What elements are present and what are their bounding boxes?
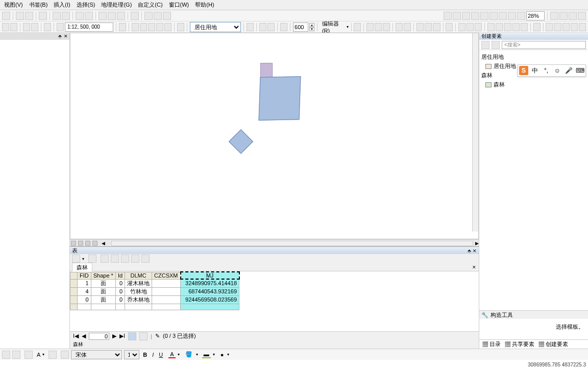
col-mj[interactable]: MJ	[181, 272, 239, 279]
filter-icon[interactable]	[481, 41, 489, 49]
show-selected-icon[interactable]	[139, 332, 148, 340]
edit-tool-icon[interactable]	[433, 23, 440, 31]
save-icon[interactable]	[2, 12, 10, 20]
menu-insert[interactable]: 插入(I)	[51, 0, 73, 10]
edit-tool-icon[interactable]	[562, 23, 570, 31]
edit-tool-icon[interactable]	[375, 23, 382, 31]
edit-tool-icon[interactable]	[446, 23, 453, 31]
edit-tool-icon[interactable]	[383, 23, 390, 31]
undo-icon[interactable]	[53, 12, 61, 20]
tool-icon[interactable]	[267, 23, 275, 31]
edit-tool-icon[interactable]	[496, 23, 503, 31]
scroll-left-icon[interactable]: ◀	[102, 241, 105, 246]
zoom-selected-icon[interactable]	[131, 255, 139, 263]
close-icon[interactable]: ✕	[473, 248, 477, 254]
pin-icon[interactable]: ⬘	[468, 248, 471, 254]
nav-next-icon[interactable]: ▶	[112, 333, 116, 339]
tool-icon[interactable]	[144, 12, 153, 20]
tool-icon[interactable]	[140, 23, 147, 31]
edit-tool-icon[interactable]	[521, 23, 528, 31]
tool-icon[interactable]	[177, 23, 184, 31]
col-fid[interactable]: FID	[78, 272, 91, 279]
col-czcsxm[interactable]: CZCSXM	[152, 272, 181, 279]
data-view-tab[interactable]	[71, 241, 76, 246]
pin-icon[interactable]: ⬘	[57, 34, 62, 39]
menu-geoprocess[interactable]: 地理处理(G)	[98, 0, 135, 10]
table-row[interactable]: 1 面 0 灌木林地 3248990975.414418	[70, 279, 239, 287]
template-search-input[interactable]	[502, 41, 586, 49]
grid-icon[interactable]	[480, 12, 488, 20]
font-color-icon[interactable]: A	[168, 351, 175, 358]
edit-tool-icon[interactable]	[366, 23, 374, 31]
tool-icon[interactable]	[280, 23, 287, 31]
list-icon[interactable]	[492, 41, 500, 49]
table-row-empty[interactable]	[70, 304, 239, 310]
template-item[interactable]: 森林	[481, 80, 586, 89]
tool-icon[interactable]	[119, 23, 126, 31]
tool-icon[interactable]	[247, 23, 254, 31]
tool-icon[interactable]	[164, 23, 172, 31]
ime-lang-icon[interactable]: 中	[530, 66, 540, 75]
grid-icon[interactable]	[517, 12, 525, 20]
layout-icon[interactable]	[578, 12, 586, 20]
forward-icon[interactable]	[25, 12, 33, 20]
edit-tool-icon[interactable]	[396, 23, 403, 31]
row-selector-header[interactable]	[70, 272, 78, 279]
ime-voice-icon[interactable]: 🎤	[564, 66, 573, 75]
share-tab[interactable]: ▦ 共享要素	[505, 340, 534, 348]
editor-menu[interactable]: 编辑器(R)	[320, 20, 346, 34]
show-all-icon[interactable]	[128, 332, 136, 340]
add-data-icon[interactable]	[39, 12, 47, 20]
tool-icon[interactable]	[44, 23, 51, 31]
tool-icon[interactable]	[57, 23, 64, 31]
col-shape[interactable]: Shape *	[91, 272, 115, 279]
play-icon[interactable]	[354, 23, 361, 31]
menu-view[interactable]: 视图(V)	[1, 0, 26, 10]
edit-tool-icon[interactable]	[546, 23, 553, 31]
draw-tool-icon[interactable]	[2, 351, 10, 359]
font-select[interactable]: 宋体	[71, 350, 122, 359]
grid-icon[interactable]	[489, 12, 498, 20]
related-tables-icon[interactable]	[88, 255, 96, 263]
redo-icon[interactable]	[62, 12, 70, 20]
layout-view-tab[interactable]	[78, 241, 83, 246]
delete-selected-icon[interactable]	[141, 255, 150, 263]
edit-tool-icon[interactable]	[579, 23, 586, 31]
globe-icon[interactable]	[533, 23, 541, 31]
grid-icon[interactable]	[462, 12, 470, 20]
table-row[interactable]: 0 面 0 乔木林地 9244569508.023569	[70, 295, 239, 304]
ime-emoji-icon[interactable]: ☺	[553, 66, 562, 75]
line-color-icon[interactable]: ▬	[202, 351, 211, 358]
edit-tool-icon[interactable]	[475, 23, 482, 31]
scroll-right-icon[interactable]: ▶	[475, 241, 479, 246]
grid-icon[interactable]	[453, 12, 461, 20]
select-by-attr-icon[interactable]	[101, 255, 109, 263]
clear-selection-icon[interactable]	[121, 255, 129, 263]
catalog-icon[interactable]	[99, 12, 107, 20]
pause-icon[interactable]	[92, 241, 97, 246]
edit-tool-icon[interactable]	[487, 23, 495, 31]
col-dlmc[interactable]: DLMC	[125, 272, 152, 279]
refresh-icon[interactable]	[85, 241, 90, 246]
table-row[interactable]: 4 面 0 竹林地 687440543.932169	[70, 287, 239, 295]
attribute-table[interactable]: FID Shape * Id DLMC CZCSXM MJ 1 面 0 灌木林地	[70, 271, 479, 331]
tool-icon[interactable]	[148, 23, 155, 31]
map-canvas[interactable]	[70, 33, 479, 239]
toc-tab[interactable]: ▦ 目录	[482, 340, 501, 348]
grid-icon[interactable]	[444, 12, 452, 20]
table-bottom-tab[interactable]: 森林	[70, 340, 479, 349]
python-icon[interactable]	[117, 12, 125, 20]
menu-select[interactable]: 选择(S)	[74, 0, 99, 10]
col-id[interactable]: Id	[115, 272, 125, 279]
menu-window[interactable]: 窗口(W)	[166, 0, 192, 10]
edit-tool-icon[interactable]	[458, 23, 465, 31]
ime-keyboard-icon[interactable]: ⌨	[575, 66, 584, 75]
layout-icon[interactable]	[559, 12, 568, 20]
vertical-scrollbar[interactable]	[472, 33, 478, 232]
edit-tool-icon[interactable]	[504, 23, 511, 31]
tool-icon[interactable]	[132, 23, 139, 31]
tool-icon[interactable]	[2, 23, 9, 31]
tool-icon[interactable]	[31, 23, 38, 31]
horizontal-scrollbar[interactable]	[111, 241, 473, 246]
menu-help[interactable]: 帮助(H)	[192, 0, 217, 10]
